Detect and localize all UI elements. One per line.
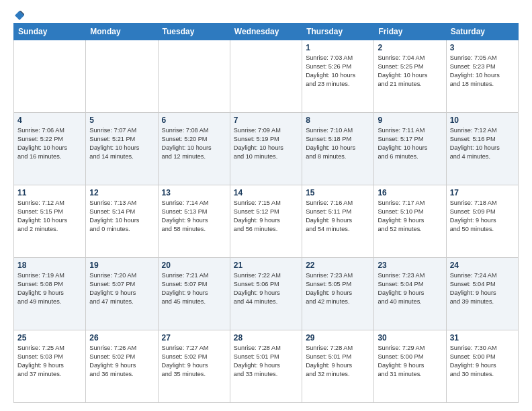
weekday-header-monday: Monday (86, 24, 158, 40)
day-info: Sunrise: 7:28 AM Sunset: 5:01 PM Dayligh… (306, 344, 370, 379)
day-info: Sunrise: 7:16 AM Sunset: 5:11 PM Dayligh… (306, 199, 370, 234)
logo (13, 11, 24, 17)
day-cell: 3Sunrise: 7:05 AM Sunset: 5:23 PM Daylig… (446, 40, 518, 113)
day-number: 21 (234, 261, 298, 270)
day-cell: 21Sunrise: 7:22 AM Sunset: 5:06 PM Dayli… (230, 258, 302, 330)
day-number: 24 (450, 261, 515, 270)
day-cell: 5Sunrise: 7:07 AM Sunset: 5:21 PM Daylig… (86, 113, 158, 185)
day-number: 4 (17, 116, 82, 125)
day-info: Sunrise: 7:19 AM Sunset: 5:08 PM Dayligh… (17, 271, 82, 306)
day-cell: 9Sunrise: 7:11 AM Sunset: 5:17 PM Daylig… (374, 113, 446, 185)
day-cell: 22Sunrise: 7:23 AM Sunset: 5:05 PM Dayli… (302, 258, 374, 330)
week-row-3: 11Sunrise: 7:12 AM Sunset: 5:15 PM Dayli… (14, 185, 519, 258)
day-cell: 24Sunrise: 7:24 AM Sunset: 5:04 PM Dayli… (446, 258, 518, 330)
calendar-table: SundayMondayTuesdayWednesdayThursdayFrid… (13, 23, 519, 403)
day-number: 3 (450, 43, 515, 52)
week-row-1: 1Sunrise: 7:03 AM Sunset: 5:26 PM Daylig… (14, 40, 519, 113)
day-cell: 30Sunrise: 7:29 AM Sunset: 5:00 PM Dayli… (374, 330, 446, 403)
weekday-header-wednesday: Wednesday (230, 24, 302, 40)
header (13, 11, 519, 17)
weekday-header-sunday: Sunday (14, 24, 86, 40)
day-number: 25 (17, 333, 82, 342)
day-cell: 1Sunrise: 7:03 AM Sunset: 5:26 PM Daylig… (302, 40, 374, 113)
day-cell: 15Sunrise: 7:16 AM Sunset: 5:11 PM Dayli… (302, 185, 374, 258)
day-info: Sunrise: 7:06 AM Sunset: 5:22 PM Dayligh… (17, 126, 82, 161)
day-info: Sunrise: 7:23 AM Sunset: 5:04 PM Dayligh… (378, 271, 442, 306)
day-cell: 11Sunrise: 7:12 AM Sunset: 5:15 PM Dayli… (14, 185, 86, 258)
day-info: Sunrise: 7:11 AM Sunset: 5:17 PM Dayligh… (378, 126, 442, 161)
day-number: 18 (17, 261, 82, 270)
day-cell: 28Sunrise: 7:28 AM Sunset: 5:01 PM Dayli… (230, 330, 302, 403)
day-info: Sunrise: 7:07 AM Sunset: 5:21 PM Dayligh… (89, 126, 154, 161)
day-info: Sunrise: 7:12 AM Sunset: 5:16 PM Dayligh… (450, 126, 515, 161)
day-info: Sunrise: 7:25 AM Sunset: 5:03 PM Dayligh… (17, 344, 82, 379)
day-cell: 14Sunrise: 7:15 AM Sunset: 5:12 PM Dayli… (230, 185, 302, 258)
week-row-5: 25Sunrise: 7:25 AM Sunset: 5:03 PM Dayli… (14, 330, 519, 403)
day-info: Sunrise: 7:05 AM Sunset: 5:23 PM Dayligh… (450, 54, 515, 89)
day-info: Sunrise: 7:12 AM Sunset: 5:15 PM Dayligh… (17, 199, 82, 234)
day-number: 12 (89, 188, 154, 197)
day-info: Sunrise: 7:10 AM Sunset: 5:18 PM Dayligh… (306, 126, 370, 161)
day-number: 16 (378, 188, 442, 197)
day-cell: 6Sunrise: 7:08 AM Sunset: 5:20 PM Daylig… (158, 113, 230, 185)
day-info: Sunrise: 7:04 AM Sunset: 5:25 PM Dayligh… (378, 54, 442, 89)
day-number: 19 (89, 261, 154, 270)
day-cell: 7Sunrise: 7:09 AM Sunset: 5:19 PM Daylig… (230, 113, 302, 185)
day-cell: 29Sunrise: 7:28 AM Sunset: 5:01 PM Dayli… (302, 330, 374, 403)
day-number: 6 (162, 116, 226, 125)
day-info: Sunrise: 7:27 AM Sunset: 5:02 PM Dayligh… (162, 344, 226, 379)
day-number: 11 (17, 188, 82, 197)
day-cell: 17Sunrise: 7:18 AM Sunset: 5:09 PM Dayli… (446, 185, 518, 258)
day-cell: 19Sunrise: 7:20 AM Sunset: 5:07 PM Dayli… (86, 258, 158, 330)
day-cell (158, 40, 230, 113)
day-number: 28 (234, 333, 298, 342)
weekday-header-tuesday: Tuesday (158, 24, 230, 40)
weekday-header-saturday: Saturday (446, 24, 518, 40)
day-info: Sunrise: 7:03 AM Sunset: 5:26 PM Dayligh… (306, 54, 370, 89)
day-number: 13 (162, 188, 226, 197)
day-cell: 12Sunrise: 7:13 AM Sunset: 5:14 PM Dayli… (86, 185, 158, 258)
day-number: 5 (89, 116, 154, 125)
day-info: Sunrise: 7:18 AM Sunset: 5:09 PM Dayligh… (450, 199, 515, 234)
day-number: 7 (234, 116, 298, 125)
day-cell: 2Sunrise: 7:04 AM Sunset: 5:25 PM Daylig… (374, 40, 446, 113)
day-cell: 16Sunrise: 7:17 AM Sunset: 5:10 PM Dayli… (374, 185, 446, 258)
weekday-header-row: SundayMondayTuesdayWednesdayThursdayFrid… (14, 24, 519, 40)
day-cell: 18Sunrise: 7:19 AM Sunset: 5:08 PM Dayli… (14, 258, 86, 330)
page: SundayMondayTuesdayWednesdayThursdayFrid… (0, 0, 532, 411)
day-cell: 31Sunrise: 7:30 AM Sunset: 5:00 PM Dayli… (446, 330, 518, 403)
day-info: Sunrise: 7:09 AM Sunset: 5:19 PM Dayligh… (234, 126, 298, 161)
day-info: Sunrise: 7:14 AM Sunset: 5:13 PM Dayligh… (162, 199, 226, 234)
day-number: 27 (162, 333, 226, 342)
day-info: Sunrise: 7:24 AM Sunset: 5:04 PM Dayligh… (450, 271, 515, 306)
day-number: 9 (378, 116, 442, 125)
day-info: Sunrise: 7:21 AM Sunset: 5:07 PM Dayligh… (162, 271, 226, 306)
day-cell: 8Sunrise: 7:10 AM Sunset: 5:18 PM Daylig… (302, 113, 374, 185)
day-number: 17 (450, 188, 515, 197)
day-info: Sunrise: 7:17 AM Sunset: 5:10 PM Dayligh… (378, 199, 442, 234)
day-number: 22 (306, 261, 370, 270)
day-cell: 27Sunrise: 7:27 AM Sunset: 5:02 PM Dayli… (158, 330, 230, 403)
day-info: Sunrise: 7:22 AM Sunset: 5:06 PM Dayligh… (234, 271, 298, 306)
day-info: Sunrise: 7:08 AM Sunset: 5:20 PM Dayligh… (162, 126, 226, 161)
day-number: 1 (306, 43, 370, 52)
day-cell: 23Sunrise: 7:23 AM Sunset: 5:04 PM Dayli… (374, 258, 446, 330)
day-number: 23 (378, 261, 442, 270)
day-cell: 13Sunrise: 7:14 AM Sunset: 5:13 PM Dayli… (158, 185, 230, 258)
day-number: 8 (306, 116, 370, 125)
day-number: 20 (162, 261, 226, 270)
day-info: Sunrise: 7:28 AM Sunset: 5:01 PM Dayligh… (234, 344, 298, 379)
day-info: Sunrise: 7:23 AM Sunset: 5:05 PM Dayligh… (306, 271, 370, 306)
day-number: 26 (89, 333, 154, 342)
logo-icon (15, 11, 24, 20)
svg-marker-0 (15, 11, 24, 20)
day-info: Sunrise: 7:30 AM Sunset: 5:00 PM Dayligh… (450, 344, 515, 379)
day-number: 2 (378, 43, 442, 52)
week-row-4: 18Sunrise: 7:19 AM Sunset: 5:08 PM Dayli… (14, 258, 519, 330)
day-number: 14 (234, 188, 298, 197)
day-number: 30 (378, 333, 442, 342)
day-info: Sunrise: 7:15 AM Sunset: 5:12 PM Dayligh… (234, 199, 298, 234)
day-cell (230, 40, 302, 113)
day-cell: 4Sunrise: 7:06 AM Sunset: 5:22 PM Daylig… (14, 113, 86, 185)
day-number: 15 (306, 188, 370, 197)
